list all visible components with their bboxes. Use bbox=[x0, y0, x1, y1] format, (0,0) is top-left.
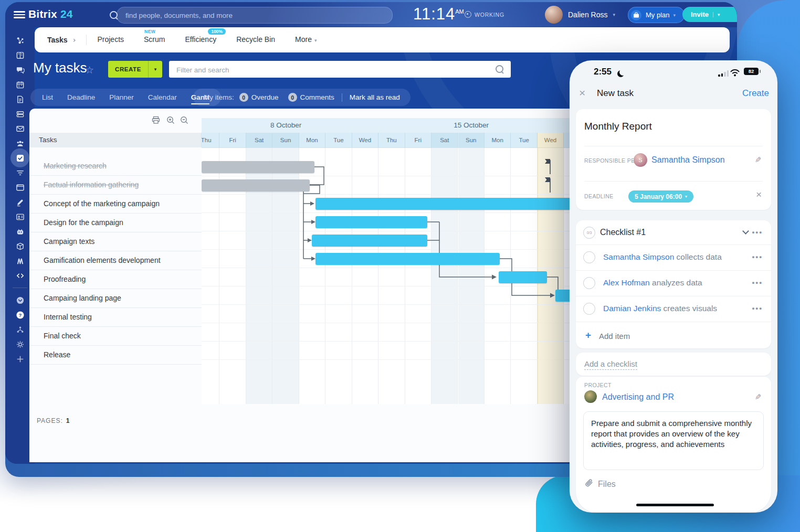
sidebar-structure-icon[interactable] bbox=[11, 323, 29, 336]
sidebar-settings-icon[interactable] bbox=[11, 337, 29, 351]
global-search-input[interactable] bbox=[124, 8, 373, 22]
day-header-cell: Mon bbox=[485, 133, 511, 147]
responsible-name[interactable]: Samantha Simpson bbox=[651, 155, 725, 165]
edit-project-icon[interactable]: ✎ bbox=[755, 392, 762, 402]
task-rows: Marketing researchFactual information ga… bbox=[29, 157, 202, 365]
sidebar-item-crm-icon[interactable] bbox=[11, 166, 29, 179]
checklist-item-menu-icon[interactable]: ●●● bbox=[752, 254, 763, 260]
search-icon[interactable] bbox=[110, 11, 118, 19]
counter-comments[interactable]: 0Comments bbox=[288, 93, 334, 102]
responsible-avatar[interactable]: S bbox=[634, 153, 647, 167]
zoom-in-icon[interactable] bbox=[166, 115, 175, 127]
sidebar-add-icon[interactable] bbox=[11, 352, 29, 366]
project-avatar[interactable] bbox=[584, 390, 597, 403]
create-dropdown-button[interactable]: ▾ bbox=[148, 61, 162, 78]
checklist-item-circle[interactable] bbox=[583, 277, 595, 289]
sidebar-item-warehouse-icon[interactable] bbox=[11, 239, 29, 253]
nav-item-recycle-bin[interactable]: Recycle Bin bbox=[236, 27, 275, 53]
nav-item-efficiency[interactable]: Efficiency100% bbox=[185, 27, 216, 53]
sidebar-item-mail-icon[interactable] bbox=[11, 122, 29, 135]
sidebar-item-drive-icon[interactable] bbox=[11, 107, 29, 121]
checklist-item-menu-icon[interactable]: ●●● bbox=[752, 306, 763, 311]
task-row[interactable]: Campaing landing page bbox=[29, 289, 202, 308]
invite-button[interactable]: Invite ▾ bbox=[682, 7, 737, 22]
checklist-item[interactable]: Alex Hofman analyzes data●●● bbox=[576, 270, 771, 296]
home-indicator[interactable] bbox=[636, 504, 714, 506]
project-label: PROJECT bbox=[584, 382, 612, 388]
sidebar-item-sites-icon[interactable] bbox=[11, 180, 29, 194]
my-items-bar: My items: 0Overdue0Comments Mark all as … bbox=[193, 89, 410, 106]
task-row[interactable]: Factual information gathering bbox=[29, 176, 202, 195]
checklist-title[interactable]: Checklist #1 bbox=[600, 228, 646, 237]
checklist-item[interactable]: Damian Jenkins creates visuals●●● bbox=[576, 296, 771, 322]
nav-item-projects[interactable]: Projects bbox=[97, 27, 124, 53]
nav-item-more[interactable]: More▾ bbox=[295, 27, 317, 53]
nav-root-tasks[interactable]: Tasks› bbox=[47, 36, 76, 44]
checklist-item-circle[interactable] bbox=[583, 251, 595, 263]
add-checklist-button[interactable]: Add a checklist bbox=[584, 359, 637, 370]
collapse-chevron-icon[interactable] bbox=[742, 228, 749, 235]
mark-all-read-button[interactable]: Mark all as read bbox=[350, 93, 400, 101]
add-item-button[interactable]: Add item bbox=[599, 332, 630, 341]
phone-create-button[interactable]: Create bbox=[742, 88, 769, 99]
work-status[interactable]: WORKING bbox=[465, 11, 504, 18]
files-button[interactable]: Files bbox=[598, 480, 616, 489]
close-icon[interactable]: × bbox=[579, 87, 585, 99]
sidebar-item-kanban-icon[interactable] bbox=[11, 48, 29, 62]
tab-calendar[interactable]: Calendar bbox=[148, 89, 177, 106]
checklist-item-circle[interactable] bbox=[583, 303, 595, 315]
sidebar-item-tasks-icon[interactable] bbox=[11, 151, 29, 165]
clock[interactable]: 11:14AM bbox=[413, 5, 464, 24]
sidebar-item-calendar-icon[interactable] bbox=[11, 78, 29, 91]
clear-deadline-icon[interactable]: × bbox=[756, 189, 762, 200]
user-avatar[interactable] bbox=[545, 6, 563, 24]
user-menu[interactable]: Dalien Ross ▾ bbox=[545, 6, 615, 24]
edit-pencil-icon[interactable]: ✎ bbox=[755, 155, 762, 165]
filter-search-icon[interactable] bbox=[496, 65, 503, 73]
task-title[interactable]: Monthly Report bbox=[584, 121, 652, 132]
checklist-item[interactable]: Samantha Simpson collects data●●● bbox=[576, 244, 771, 271]
sidebar-item-sign-icon[interactable] bbox=[11, 195, 29, 209]
tab-planner[interactable]: Planner bbox=[109, 89, 134, 106]
zoom-out-icon[interactable] bbox=[180, 115, 189, 127]
task-row[interactable]: Release bbox=[29, 346, 202, 365]
task-row[interactable]: Campaign texts bbox=[29, 232, 202, 251]
deadline-pill[interactable]: 5 January 06:00▾ bbox=[628, 190, 693, 203]
favorite-star-icon[interactable]: ☆ bbox=[85, 64, 94, 76]
description-field[interactable]: Prepare and submit a comprehensive month… bbox=[583, 411, 764, 470]
task-row[interactable]: Gamification elements development bbox=[29, 251, 202, 270]
sidebar-item-chat-icon[interactable] bbox=[11, 63, 29, 77]
tab-deadline[interactable]: Deadline bbox=[67, 89, 95, 106]
checklist-menu-icon[interactable]: ●●● bbox=[752, 230, 763, 235]
day-header-cell: Sat bbox=[431, 133, 458, 147]
task-row[interactable]: Proofreading bbox=[29, 270, 202, 289]
sidebar-item-code-icon[interactable] bbox=[11, 269, 29, 282]
checklist-item-menu-icon[interactable]: ●●● bbox=[752, 280, 763, 285]
create-task-button[interactable]: CREATE bbox=[108, 61, 148, 78]
sidebar-item-document-icon[interactable] bbox=[11, 92, 29, 106]
filter-search-input[interactable] bbox=[175, 63, 487, 77]
print-icon[interactable] bbox=[151, 115, 161, 127]
task-row[interactable]: Concept of the marketing campaign bbox=[29, 195, 202, 214]
sidebar-item-network-icon[interactable] bbox=[11, 34, 29, 47]
day-header-cell: Tue bbox=[325, 133, 352, 147]
counter-overdue[interactable]: 0Overdue bbox=[239, 93, 279, 102]
sidebar-item-marketing-icon[interactable] bbox=[11, 254, 29, 268]
sidebar-collapse-icon[interactable] bbox=[11, 293, 29, 307]
project-name[interactable]: Advertising and PR bbox=[602, 392, 674, 402]
menu-hamburger-icon[interactable] bbox=[14, 11, 25, 18]
sidebar-item-contacts-icon[interactable] bbox=[11, 210, 29, 224]
add-item-plus-icon[interactable]: + bbox=[585, 329, 591, 341]
task-row[interactable]: Internal testing bbox=[29, 308, 202, 327]
bitrix24-logo[interactable]: Bitrix 24 bbox=[28, 8, 73, 20]
nav-item-scrum[interactable]: ScrumNEW bbox=[144, 27, 165, 53]
sidebar-help-icon[interactable]: ? bbox=[11, 308, 29, 322]
my-plan-button[interactable]: My plan ▾ bbox=[628, 7, 685, 23]
page: { "colors":{"accent_cyan":"#3cc7f2","don… bbox=[0, 0, 800, 532]
tab-list[interactable]: List bbox=[42, 89, 53, 106]
sidebar-item-bot-icon[interactable] bbox=[11, 225, 29, 238]
task-row[interactable]: Design for the campaign bbox=[29, 214, 202, 232]
task-row[interactable]: Marketing research bbox=[29, 157, 202, 176]
task-row[interactable]: Final check bbox=[29, 327, 202, 346]
week-label: 8 October bbox=[202, 118, 378, 133]
